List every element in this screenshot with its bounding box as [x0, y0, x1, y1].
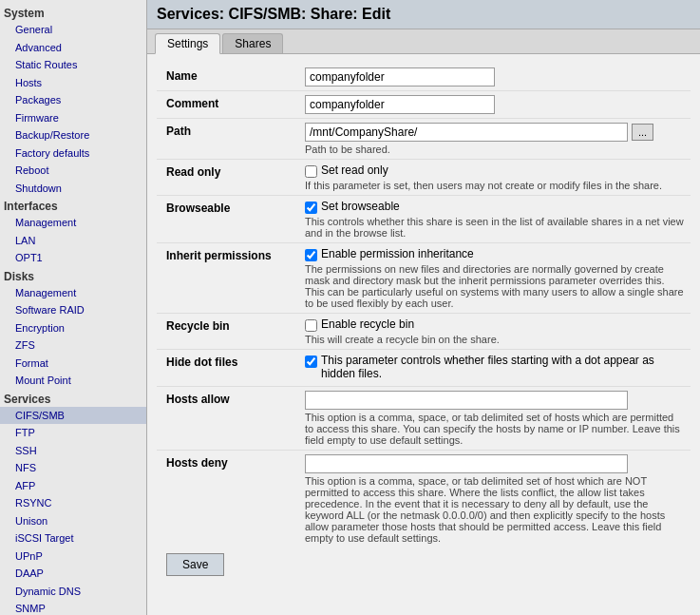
form-row-3: Read onlySet read onlyIf this parameter … — [157, 160, 691, 196]
sidebar-section-disks: Disks — [0, 267, 146, 284]
form-row-0: Name — [157, 64, 691, 91]
checkbox-6[interactable] — [305, 319, 317, 332]
page-title: Services: CIFS/SMB: Share: Edit — [147, 0, 700, 29]
form-row-6: Recycle binEnable recycle binThis will c… — [157, 314, 691, 350]
sidebar-item-ssh[interactable]: SSH — [0, 442, 146, 460]
content-area: NameCommentPath...Path to be shared.Read… — [147, 54, 700, 615]
sidebar-item-upnp[interactable]: UPnP — [0, 548, 146, 566]
checkbox-5[interactable] — [305, 249, 317, 261]
field-value-7: This parameter controls whether files st… — [299, 350, 691, 387]
sidebar-item-cifs-smb[interactable]: CIFS/SMB — [0, 407, 146, 425]
field-value-8: This option is a comma, space, or tab de… — [299, 387, 691, 451]
field-value-4: Set browseableThis controls whether this… — [299, 196, 691, 243]
sidebar-item-unison[interactable]: Unison — [0, 512, 146, 530]
field-value-1 — [299, 91, 691, 119]
field-label-2: Path — [157, 119, 299, 160]
sidebar-item-iscsi-target[interactable]: iSCSI Target — [0, 529, 146, 548]
sidebar-item-factory-defaults[interactable]: Factory defaults — [0, 144, 146, 163]
text-input-9[interactable] — [305, 454, 628, 473]
form-row-9: Hosts denyThis option is a comma, space,… — [157, 451, 691, 548]
sidebar-item-static-routes[interactable]: Static Routes — [0, 56, 146, 74]
help-text-2: Path to be shared. — [305, 144, 685, 155]
sidebar-item-shutdown[interactable]: Shutdown — [0, 180, 146, 198]
sidebar-item-management[interactable]: Management — [0, 214, 146, 232]
field-value-5: Enable permission inheritanceThe permiss… — [299, 243, 691, 314]
checkbox-label-6: Enable recycle bin — [321, 317, 414, 331]
form-row-7: Hide dot filesThis parameter controls wh… — [157, 350, 691, 387]
help-text-5: The permissions on new files and directo… — [305, 263, 685, 309]
text-input-1[interactable] — [305, 95, 495, 114]
field-label-6: Recycle bin — [157, 314, 299, 350]
sidebar-item-encryption[interactable]: Encryption — [0, 319, 146, 337]
tab-settings[interactable]: Settings — [155, 33, 220, 54]
checkbox-7[interactable] — [305, 356, 317, 368]
form-row-5: Inherit permissionsEnable permission inh… — [157, 243, 691, 314]
sidebar-item-backup-restore[interactable]: Backup/Restore — [0, 126, 146, 144]
path-input[interactable] — [305, 123, 628, 142]
tab-shares[interactable]: Shares — [222, 33, 283, 53]
sidebar-item-zfs[interactable]: ZFS — [0, 336, 146, 355]
checkbox-label-4: Set browseable — [321, 200, 400, 213]
checkbox-label-3: Set read only — [321, 163, 388, 177]
browse-button[interactable]: ... — [632, 124, 653, 141]
sidebar-item-afp[interactable]: AFP — [0, 477, 146, 495]
field-value-0 — [299, 64, 691, 91]
sidebar-item-nfs[interactable]: NFS — [0, 459, 146, 477]
sidebar-item-ftp[interactable]: FTP — [0, 424, 146, 442]
checkbox-4[interactable] — [305, 202, 317, 214]
sidebar-section-system: System — [0, 4, 146, 21]
form-table: NameCommentPath...Path to be shared.Read… — [157, 64, 691, 548]
sidebar-item-reboot[interactable]: Reboot — [0, 162, 146, 180]
form-row-1: Comment — [157, 91, 691, 119]
help-text-4: This controls whether this share is seen… — [305, 216, 685, 239]
sidebar-item-rsync[interactable]: RSYNC — [0, 494, 146, 512]
sidebar: SystemGeneralAdvancedStatic RoutesHostsP… — [0, 0, 147, 615]
field-label-0: Name — [157, 64, 299, 91]
field-value-2: ...Path to be shared. — [299, 119, 691, 160]
field-label-1: Comment — [157, 91, 299, 119]
sidebar-item-dynamic-dns[interactable]: Dynamic DNS — [0, 583, 146, 601]
field-label-5: Inherit permissions — [157, 243, 299, 314]
sidebar-item-opt1[interactable]: OPT1 — [0, 249, 146, 267]
checkbox-label-5: Enable permission inheritance — [321, 247, 474, 260]
save-button[interactable]: Save — [166, 553, 224, 576]
text-input-0[interactable] — [305, 67, 495, 86]
tab-bar: Settings Shares — [147, 29, 700, 54]
sidebar-item-mount-point[interactable]: Mount Point — [0, 372, 146, 390]
sidebar-item-format[interactable]: Format — [0, 355, 146, 373]
sidebar-item-software-raid[interactable]: Software RAID — [0, 301, 146, 319]
help-text-6: This will create a recycle bin on the sh… — [305, 334, 685, 345]
sidebar-item-general[interactable]: General — [0, 21, 146, 39]
help-text-9: This option is a comma, space, or tab de… — [305, 475, 685, 544]
checkbox-3[interactable] — [305, 165, 317, 178]
help-text-8: This option is a comma, space, or tab de… — [305, 412, 685, 446]
sidebar-section-interfaces: Interfaces — [0, 197, 146, 214]
help-text-3: If this parameter is set, then users may… — [305, 180, 685, 191]
field-value-3: Set read onlyIf this parameter is set, t… — [299, 160, 691, 196]
checkbox-label-7: This parameter controls whether files st… — [321, 354, 685, 380]
sidebar-item-packages[interactable]: Packages — [0, 91, 146, 109]
text-input-8[interactable] — [305, 391, 628, 410]
sidebar-item-advanced[interactable]: Advanced — [0, 39, 146, 57]
field-value-9: This option is a comma, space, or tab de… — [299, 451, 691, 548]
main-content: Services: CIFS/SMB: Share: Edit Settings… — [147, 0, 700, 615]
sidebar-item-management[interactable]: Management — [0, 284, 146, 302]
form-row-4: BrowseableSet browseableThis controls wh… — [157, 196, 691, 243]
sidebar-section-services: Services — [0, 390, 146, 407]
sidebar-item-daap[interactable]: DAAP — [0, 565, 146, 583]
field-label-9: Hosts deny — [157, 451, 299, 548]
form-row-2: Path...Path to be shared. — [157, 119, 691, 160]
form-row-8: Hosts allowThis option is a comma, space… — [157, 387, 691, 451]
sidebar-item-hosts[interactable]: Hosts — [0, 74, 146, 92]
field-label-8: Hosts allow — [157, 387, 299, 451]
field-label-7: Hide dot files — [157, 350, 299, 387]
sidebar-item-lan[interactable]: LAN — [0, 232, 146, 250]
sidebar-item-snmp[interactable]: SNMP — [0, 600, 146, 615]
field-label-3: Read only — [157, 160, 299, 196]
field-value-6: Enable recycle binThis will create a rec… — [299, 314, 691, 350]
sidebar-item-firmware[interactable]: Firmware — [0, 109, 146, 127]
field-label-4: Browseable — [157, 196, 299, 243]
